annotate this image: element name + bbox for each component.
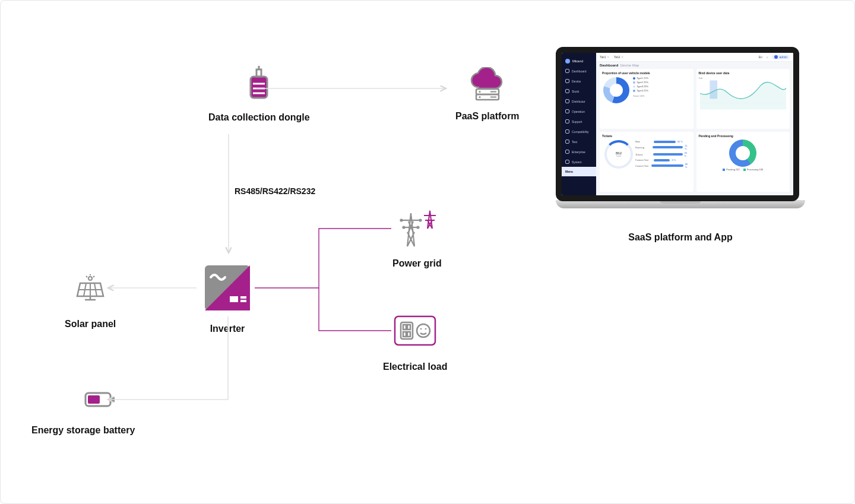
connector-inverter-solar [104,283,200,295]
saas-label: SaaS platform and App [556,232,805,243]
sidebar-brand: Micerd [562,56,596,66]
connector-inverter-grid-load [255,226,397,345]
legend: Type1 25% Type2 25% Type3 20% Type4 25% … [633,76,648,98]
svg-point-45 [417,324,430,337]
bar-list: New36 % Running15 % Tickets40 % Custom T… [635,139,690,188]
svg-rect-5 [256,69,261,77]
paas-label: PaaS platform [455,111,520,122]
nav-icon [565,69,569,73]
nav-icon [565,109,569,113]
electrical-load-icon [394,338,436,348]
sidebar-item-menu[interactable]: Menu [562,167,596,176]
node-dongle: Data collection dongle [208,66,310,123]
svg-rect-29 [112,397,115,402]
line-chart-icon [700,77,787,110]
svg-rect-44 [407,332,410,337]
nav-icon [565,119,569,123]
node-paas: PaaS platform [455,67,520,122]
donut-chart-icon: 432Records [729,140,756,167]
card-vehicle-models: Proportion of user vehicle models Type1 … [600,69,694,129]
tab-bar: Tab1 × Tab2 × En ☼ admin [596,53,793,62]
solar-label: Solar panel [65,319,116,329]
node-grid: Power grid [392,208,442,269]
brand-dot-icon [565,59,570,64]
inverter-label: Inverter [202,324,252,334]
sidebar-item-distributor[interactable]: Distributor [562,96,596,106]
svg-rect-43 [403,332,406,337]
svg-rect-16 [240,296,246,299]
nav-icon [565,89,569,93]
power-grid-icon [394,239,439,249]
sidebar-item-support[interactable]: Support [562,116,596,126]
gauge-chart-icon: 862Count [604,140,633,169]
brand-name: Micerd [572,59,583,63]
sidebar-item-compatibility[interactable]: Compatibility [562,126,596,137]
breadcrumb: Dashboard Device Map [596,62,793,69]
grid-label: Power grid [392,258,442,269]
nav-icon [565,150,569,154]
nav-icon [565,160,569,164]
solar-panel-icon [75,295,105,305]
protocol-label: RS485/RS422/RS232 [235,186,315,196]
node-saas: Micerd Dashboard Device Stock Distributo… [556,47,805,243]
sidebar-item-stock[interactable]: Stock [562,86,596,96]
nav-icon [565,129,569,134]
svg-rect-30 [88,395,100,404]
sidebar-item-device[interactable]: Device [562,76,596,86]
battery-label: Energy storage battery [31,425,135,436]
legend: Pending 232 Processing 100 [699,168,788,171]
svg-point-18 [88,277,92,280]
dongle-icon [240,96,278,106]
sidebar: Micerd Dashboard Device Stock Distributo… [562,53,596,195]
svg-rect-41 [403,325,406,329]
sidebar-item-enterprise[interactable]: Enterprise [562,147,596,157]
nav-icon [565,140,569,144]
dongle-label: Data collection dongle [208,112,310,123]
card-bind-device: Bind device user data Tab [696,69,790,129]
close-icon[interactable]: × [607,55,609,59]
main-panel: Tab1 × Tab2 × En ☼ admin Dashboard Devic… [596,53,793,195]
node-battery: Energy storage battery [31,389,135,436]
lang-switch[interactable]: En [759,55,762,59]
card-pending: Pending and Processing 432Records Pendin… [696,132,790,192]
card-tickets: Tickets 862Count New36 % Running15 % Tic… [600,132,694,192]
node-solar: Solar panel [65,274,116,329]
svg-line-21 [93,276,94,277]
tab-2[interactable]: Tab2 × [614,55,623,59]
dashboard-app: Micerd Dashboard Device Stock Distributo… [562,53,793,195]
tab-1[interactable]: Tab1 × [600,55,609,59]
avatar-icon [774,55,778,59]
notification-icon[interactable]: ☼ [766,55,769,59]
svg-point-10 [479,96,480,98]
cloud-server-icon [467,94,508,104]
sidebar-item-system[interactable]: System [562,157,596,167]
load-label: Electrical load [383,362,448,372]
node-inverter: Inverter [202,263,252,334]
camera-dot [676,49,679,52]
svg-rect-42 [407,325,410,329]
svg-line-20 [86,276,87,277]
svg-rect-15 [230,296,238,302]
account-menu[interactable]: admin [772,55,790,59]
connector-dongle-inverter [224,134,236,259]
svg-point-9 [479,91,480,93]
laptop-base [556,200,805,208]
diagram-canvas: { "nodes": { "dongle": "Data collection … [0,0,855,504]
nav-icon [565,99,569,103]
sidebar-item-test[interactable]: Test [562,137,596,147]
node-load: Electrical load [383,315,448,372]
battery-icon [84,389,115,412]
sidebar-item-operation[interactable]: Operation [562,106,596,116]
sidebar-item-dashboard[interactable]: Dashboard [562,66,596,76]
laptop-screen: Micerd Dashboard Device Stock Distributo… [556,47,799,201]
donut-chart-icon [603,77,629,103]
inverter-icon [202,305,252,315]
close-icon[interactable]: × [622,55,623,59]
svg-rect-0 [251,77,267,98]
nav-icon [565,79,569,83]
svg-rect-17 [240,300,246,302]
